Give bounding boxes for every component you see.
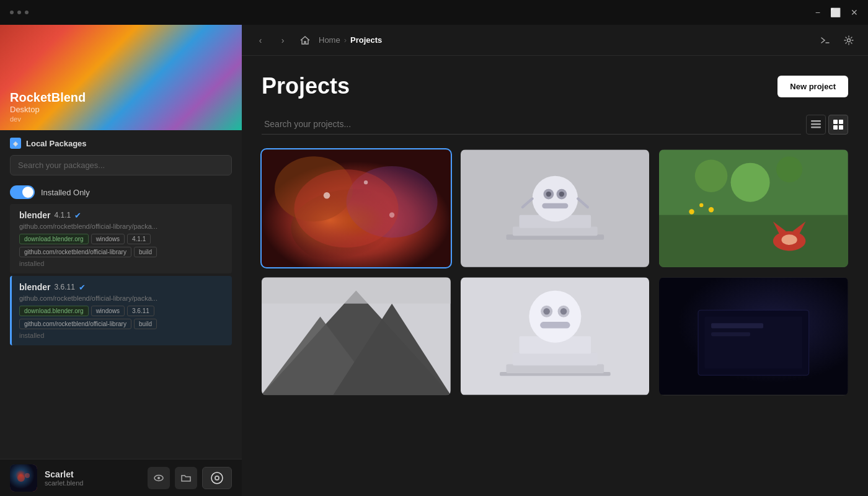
titlebar-dot-3 (25, 11, 29, 14)
package-status: installed (19, 260, 226, 267)
forward-button[interactable]: › (274, 32, 291, 49)
svg-point-63 (560, 308, 567, 315)
main-layout: RocketBlend Desktop dev ◈ Local Packages… (0, 25, 868, 496)
sidebar-header-content: RocketBlend Desktop dev (10, 91, 86, 123)
package-item-active[interactable]: blender 3.6.11 ✔ github.com/rocketblend/… (10, 276, 232, 345)
tag-version-2: 3.6.11 (127, 306, 154, 316)
svg-point-32 (559, 192, 564, 197)
projects-grid (262, 149, 848, 396)
svg-rect-37 (659, 215, 848, 267)
packages-icon: ◈ (10, 138, 21, 149)
user-file: scarlet.blend (45, 479, 140, 487)
tag-library: github.com/rocketblend/official-library (19, 247, 131, 257)
titlebar-dot-1 (10, 11, 14, 14)
svg-point-4 (157, 477, 160, 479)
svg-point-46 (699, 203, 703, 207)
svg-rect-53 (262, 278, 451, 304)
package-name-2: blender (19, 282, 51, 292)
package-tags-2: github.com/rocketblend/official-library … (19, 247, 226, 257)
project-card[interactable] (461, 149, 650, 267)
back-button[interactable]: ‹ (252, 32, 269, 49)
tag-build: build (134, 247, 157, 257)
package-status-2: installed (19, 332, 226, 339)
svg-rect-9 (811, 120, 821, 122)
package-url-2: github.com/rocketblend/official-library/… (19, 294, 226, 302)
user-name: Scarlet (45, 469, 140, 479)
close-button[interactable]: ✕ (851, 7, 858, 17)
project-card[interactable] (659, 277, 848, 395)
package-name: blender (19, 210, 51, 220)
packages-list: blender 4.1.1 ✔ github.com/rocketblend/o… (0, 204, 242, 459)
svg-point-47 (709, 207, 714, 212)
project-card[interactable] (262, 149, 451, 267)
package-search-input[interactable] (10, 155, 232, 175)
project-card[interactable] (262, 277, 451, 395)
package-tags-3: download.blender.org windows 3.6.11 (19, 306, 226, 316)
svg-point-39 (776, 156, 802, 182)
projects-search-input[interactable] (262, 114, 801, 135)
tag-build-2: build (134, 319, 157, 329)
package-tags: download.blender.org windows 4.1.1 (19, 234, 226, 244)
svg-rect-57 (513, 353, 598, 366)
minimize-button[interactable]: − (815, 7, 820, 17)
package-url: github.com/rocketblend/official-library/… (19, 223, 226, 230)
installed-only-toggle[interactable] (10, 185, 35, 199)
breadcrumb-separator: › (344, 35, 347, 45)
svg-rect-64 (540, 322, 570, 329)
svg-point-2 (25, 473, 30, 478)
maximize-button[interactable]: ⬜ (830, 7, 841, 17)
titlebar: − ⬜ ✕ (0, 0, 868, 25)
view-grid-button[interactable] (828, 115, 848, 135)
tag-source-2: download.blender.org (19, 306, 89, 316)
tag-source: download.blender.org (19, 234, 89, 244)
section-title-label: Local Packages (26, 139, 87, 148)
svg-point-23 (389, 213, 394, 218)
projects-search-bar (262, 114, 848, 135)
terminal-button[interactable] (816, 31, 835, 50)
svg-rect-56 (506, 365, 604, 374)
svg-point-40 (731, 163, 770, 202)
new-project-button[interactable]: New project (777, 76, 848, 97)
home-button[interactable] (296, 32, 314, 49)
tag-version: 4.1.1 (127, 234, 151, 244)
svg-point-8 (848, 38, 851, 42)
packages-section: ◈ Local Packages (0, 130, 242, 180)
user-info: Scarlet scarlet.blend (45, 469, 140, 487)
tag-library-2: github.com/rocketblend/official-library (19, 319, 131, 329)
svg-point-1 (17, 474, 25, 482)
svg-rect-33 (542, 203, 568, 208)
svg-rect-10 (811, 123, 821, 125)
settings-button[interactable] (839, 31, 858, 50)
svg-point-44 (782, 234, 797, 245)
app-subtitle: Desktop (10, 105, 86, 114)
svg-point-31 (546, 192, 551, 197)
blender-button[interactable] (202, 467, 232, 489)
filter-row: Installed Only (0, 180, 242, 204)
view-button[interactable] (148, 467, 170, 489)
filter-label: Installed Only (41, 188, 90, 197)
package-item-header: blender 4.1.1 ✔ (19, 210, 226, 220)
breadcrumb-home: Home (319, 35, 340, 45)
svg-rect-13 (839, 120, 843, 124)
titlebar-controls: − ⬜ ✕ (815, 7, 858, 17)
breadcrumb: Home › Projects (319, 35, 382, 45)
view-list-button[interactable] (806, 115, 826, 135)
titlebar-dot-2 (17, 11, 21, 14)
svg-point-7 (216, 477, 218, 479)
verified-icon: ✔ (74, 211, 81, 220)
svg-point-45 (689, 209, 694, 214)
project-card[interactable] (659, 149, 848, 267)
page-title: Projects (262, 73, 350, 99)
package-tags-4: github.com/rocketblend/official-library … (19, 319, 226, 329)
svg-point-21 (324, 192, 330, 199)
project-card[interactable] (461, 277, 650, 395)
svg-point-22 (364, 180, 368, 184)
folder-button[interactable] (175, 467, 197, 489)
package-item[interactable]: blender 4.1.1 ✔ github.com/rocketblend/o… (10, 204, 232, 273)
sidebar-banner: RocketBlend Desktop dev (0, 25, 242, 130)
bottom-bar: Scarlet scarlet.blend (0, 459, 242, 496)
svg-point-59 (529, 291, 581, 343)
titlebar-dots (10, 11, 29, 14)
page-header: Projects New project (262, 73, 848, 99)
svg-rect-11 (811, 126, 821, 128)
